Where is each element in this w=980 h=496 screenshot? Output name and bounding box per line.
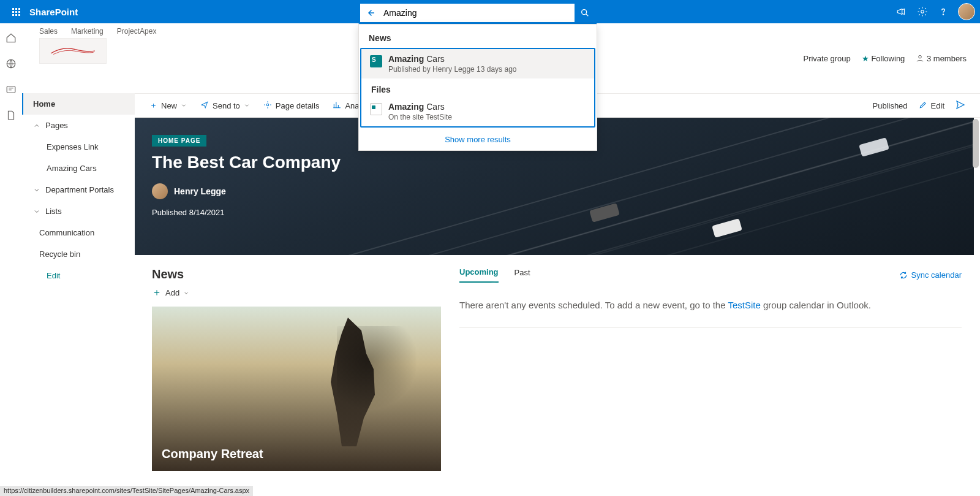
user-avatar[interactable]	[958, 3, 975, 20]
search-input[interactable]	[381, 8, 575, 18]
svg-point-1	[943, 14, 943, 15]
search-region: News Amazing Cars Published by Henry Leg…	[358, 2, 597, 23]
svg-point-0	[921, 10, 924, 13]
settings-gear-icon[interactable]	[916, 6, 929, 18]
app-launcher-icon[interactable]	[5, 1, 27, 23]
help-icon[interactable]	[937, 6, 949, 18]
svg-point-2	[582, 10, 587, 15]
search-back-icon[interactable]	[360, 7, 381, 18]
megaphone-icon[interactable]	[895, 6, 908, 18]
search-submit-icon[interactable]	[575, 4, 595, 22]
app-title: SharePoint	[29, 7, 78, 17]
